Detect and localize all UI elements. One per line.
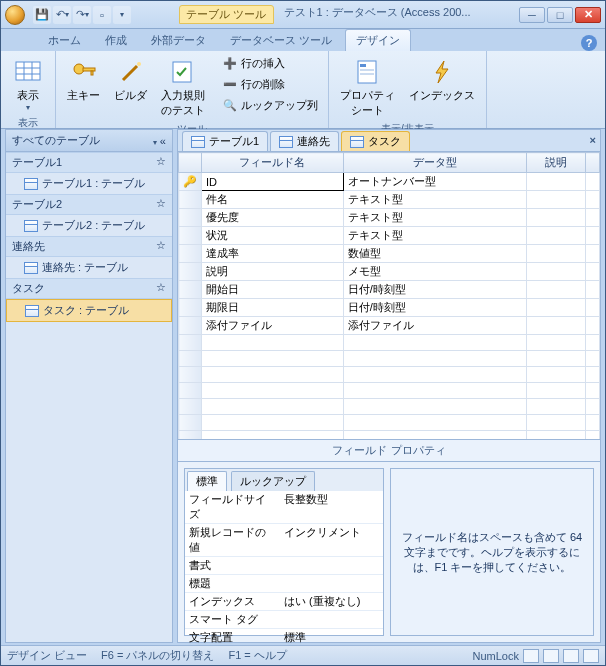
row-selector[interactable] [179, 317, 202, 335]
cell-field-name[interactable]: 達成率 [202, 245, 344, 263]
qat-undo-icon[interactable]: ↶▾ [53, 6, 71, 24]
ribbon: 表示▾ 表示 主キー ビルダ 入力規則 のテスト ➕行の挿入 ➖行の削除 🔍ルッ… [1, 51, 605, 129]
proptab-general[interactable]: 標準 [187, 471, 227, 491]
row-selector[interactable] [179, 209, 202, 227]
property-row[interactable]: インデックスはい (重複なし) [185, 593, 383, 611]
row-selector[interactable] [179, 191, 202, 209]
close-button[interactable]: ✕ [575, 7, 601, 23]
cell-data-type[interactable]: 日付/時刻型 [343, 299, 526, 317]
table-row[interactable]: 添付ファイル添付ファイル [179, 317, 600, 335]
property-row[interactable]: フィールドサイズ長整数型 [185, 491, 383, 524]
primary-key-button[interactable]: 主キー [62, 53, 105, 106]
help-icon[interactable]: ? [581, 35, 597, 51]
titlebar: 💾 ↶▾ ↷▾ ▫ ▾ テーブル ツール テスト1 : データベース (Acce… [1, 1, 605, 29]
doctab-contacts[interactable]: 連絡先 [270, 131, 339, 151]
doctab-close-icon[interactable]: × [590, 134, 596, 146]
nav-group-header[interactable]: テーブル1☆ [6, 152, 172, 173]
nav-group-header[interactable]: タスク☆ [6, 278, 172, 299]
cell-data-type[interactable]: テキスト型 [343, 227, 526, 245]
cell-field-name[interactable]: 優先度 [202, 209, 344, 227]
indexes-button[interactable]: インデックス [404, 53, 480, 106]
tab-home[interactable]: ホーム [37, 29, 92, 51]
cell-data-type[interactable]: 数値型 [343, 245, 526, 263]
cell-data-type[interactable]: テキスト型 [343, 191, 526, 209]
nav-item[interactable]: テーブル2 : テーブル [6, 215, 172, 236]
nav-group-header[interactable]: テーブル2☆ [6, 194, 172, 215]
cell-description[interactable] [527, 191, 586, 209]
cell-field-name[interactable]: 開始日 [202, 281, 344, 299]
view-switch-datasheet-icon[interactable] [543, 649, 559, 663]
cell-field-name[interactable]: 説明 [202, 263, 344, 281]
property-row[interactable]: スマート タグ [185, 611, 383, 629]
table-row[interactable]: 達成率数値型 [179, 245, 600, 263]
row-selector[interactable] [179, 227, 202, 245]
cell-description[interactable] [527, 209, 586, 227]
qat-save-icon[interactable]: 💾 [33, 6, 51, 24]
view-switch-pivotchart-icon[interactable] [583, 649, 599, 663]
qat-redo-icon[interactable]: ↷▾ [73, 6, 91, 24]
table-row[interactable]: 優先度テキスト型 [179, 209, 600, 227]
cell-field-name[interactable]: 状況 [202, 227, 344, 245]
cell-data-type[interactable]: 日付/時刻型 [343, 281, 526, 299]
tab-database-tools[interactable]: データベース ツール [219, 29, 343, 51]
office-orb-button[interactable] [5, 5, 25, 25]
maximize-button[interactable]: □ [547, 7, 573, 23]
property-row[interactable]: 書式 [185, 557, 383, 575]
delete-rows-button[interactable]: ➖行の削除 [218, 74, 322, 94]
table-row[interactable]: 件名テキスト型 [179, 191, 600, 209]
cell-description[interactable] [527, 173, 586, 191]
property-row[interactable]: 新規レコードの値インクリメント [185, 524, 383, 557]
design-grid[interactable]: フィールド名 データ型 説明 🔑IDオートナンバー型件名テキスト型優先度テキスト… [178, 152, 600, 440]
cell-field-name[interactable]: ID [202, 173, 344, 191]
lookup-column-button[interactable]: 🔍ルックアップ列 [218, 95, 322, 115]
view-switch-design-icon[interactable] [523, 649, 539, 663]
table-row[interactable]: 期限日日付/時刻型 [179, 299, 600, 317]
col-field-name[interactable]: フィールド名 [202, 153, 344, 173]
cell-description[interactable] [527, 299, 586, 317]
cell-description[interactable] [527, 245, 586, 263]
nav-item[interactable]: 連絡先 : テーブル [6, 257, 172, 278]
cell-field-name[interactable]: 件名 [202, 191, 344, 209]
table-row[interactable]: 🔑IDオートナンバー型 [179, 173, 600, 191]
row-selector[interactable] [179, 245, 202, 263]
cell-description[interactable] [527, 263, 586, 281]
builder-button[interactable]: ビルダ [109, 53, 152, 106]
property-row[interactable]: 標題 [185, 575, 383, 593]
cell-description[interactable] [527, 317, 586, 335]
row-selector[interactable] [179, 281, 202, 299]
cell-description[interactable] [527, 227, 586, 245]
nav-item[interactable]: タスク : テーブル [6, 299, 172, 322]
cell-data-type[interactable]: オートナンバー型 [343, 173, 526, 191]
minimize-button[interactable]: ─ [519, 7, 545, 23]
property-sheet-button[interactable]: プロパティ シート [335, 53, 400, 121]
doctab-table1[interactable]: テーブル1 [182, 131, 268, 151]
row-selector[interactable] [179, 263, 202, 281]
col-description[interactable]: 説明 [527, 153, 586, 173]
qat-customize-icon[interactable]: ▾ [113, 6, 131, 24]
validation-test-button[interactable]: 入力規則 のテスト [156, 53, 210, 121]
cell-field-name[interactable]: 添付ファイル [202, 317, 344, 335]
nav-group-header[interactable]: 連絡先☆ [6, 236, 172, 257]
row-selector[interactable]: 🔑 [179, 173, 202, 191]
table-row[interactable]: 開始日日付/時刻型 [179, 281, 600, 299]
cell-data-type[interactable]: メモ型 [343, 263, 526, 281]
proptab-lookup[interactable]: ルックアップ [231, 471, 315, 491]
row-selector[interactable] [179, 299, 202, 317]
tab-design[interactable]: デザイン [345, 29, 411, 51]
cell-data-type[interactable]: 添付ファイル [343, 317, 526, 335]
nav-header[interactable]: すべてのテーブル ▾ « [6, 130, 172, 152]
cell-data-type[interactable]: テキスト型 [343, 209, 526, 227]
table-row[interactable]: 説明メモ型 [179, 263, 600, 281]
cell-field-name[interactable]: 期限日 [202, 299, 344, 317]
view-switch-pivottable-icon[interactable] [563, 649, 579, 663]
tab-external-data[interactable]: 外部データ [140, 29, 217, 51]
col-data-type[interactable]: データ型 [343, 153, 526, 173]
nav-item[interactable]: テーブル1 : テーブル [6, 173, 172, 194]
insert-rows-button[interactable]: ➕行の挿入 [218, 53, 322, 73]
table-row[interactable]: 状況テキスト型 [179, 227, 600, 245]
tab-create[interactable]: 作成 [94, 29, 138, 51]
view-button[interactable]: 表示▾ [7, 53, 49, 115]
qat-extra-icon[interactable]: ▫ [93, 6, 111, 24]
doctab-tasks[interactable]: タスク [341, 131, 410, 151]
cell-description[interactable] [527, 281, 586, 299]
